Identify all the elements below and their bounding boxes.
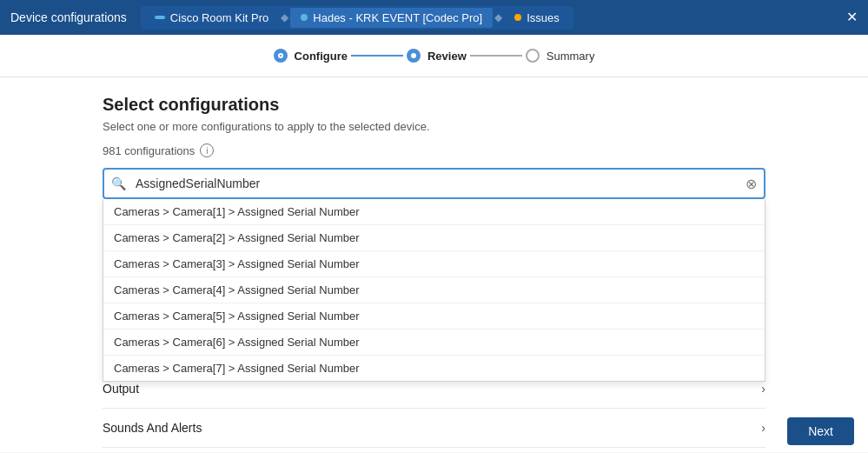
tab-hades[interactable]: Hades - KRK EVENT [Codec Pro]	[290, 8, 493, 28]
chevron-right-icon-4: ›	[761, 382, 765, 396]
search-container: 🔍 ⊗	[103, 168, 765, 199]
hades-dot	[301, 14, 308, 21]
step-review: Review	[407, 49, 467, 63]
app-title: Device configurations	[10, 10, 127, 24]
section-subtitle: Select one or more configurations to app…	[103, 120, 765, 133]
config-count-text: 981 configurations	[103, 144, 195, 157]
footer: Next	[773, 410, 868, 452]
output-label: Output	[103, 382, 139, 396]
line-1	[351, 55, 403, 57]
search-input[interactable]	[103, 168, 765, 199]
separator-2: ◆	[494, 11, 502, 23]
sounds-label: Sounds And Alerts	[103, 421, 202, 435]
search-clear-icon[interactable]: ⊗	[745, 176, 757, 192]
review-label: Review	[427, 50, 467, 63]
configure-circle	[274, 49, 288, 63]
content-area: Select configurations Select one or more…	[0, 77, 868, 452]
header: Device configurations Cisco Room Kit Pro…	[0, 0, 868, 35]
issues-dot	[514, 14, 521, 21]
close-button[interactable]: ✕	[846, 10, 858, 24]
step-configure: Configure	[274, 49, 348, 63]
tab-cisco[interactable]: Cisco Room Kit Pro	[144, 8, 279, 28]
main-content: Select configurations Select one or more…	[0, 77, 868, 452]
dropdown-item-2[interactable]: Cameras > Camera[2] > Assigned Serial Nu…	[103, 225, 765, 251]
search-icon: 🔍	[111, 177, 126, 190]
tab-hades-label: Hades - KRK EVENT [Codec Pro]	[313, 11, 482, 24]
review-inner	[411, 53, 416, 58]
tab-bar: Cisco Room Kit Pro ◆ Hades - KRK EVENT […	[141, 6, 573, 30]
tab-cisco-label: Cisco Room Kit Pro	[170, 11, 268, 24]
progress-bar: Configure Review Summary	[0, 35, 868, 77]
dropdown-item-1[interactable]: Cameras > Camera[1] > Assigned Serial Nu…	[103, 199, 765, 225]
next-button[interactable]: Next	[787, 417, 854, 445]
summary-label: Summary	[547, 50, 595, 63]
dropdown-item-6[interactable]: Cameras > Camera[6] > Assigned Serial Nu…	[103, 330, 765, 356]
dropdown-item-3[interactable]: Cameras > Camera[3] > Assigned Serial Nu…	[103, 251, 765, 277]
config-count: 981 configurations i	[103, 143, 765, 157]
review-circle	[407, 49, 421, 63]
separator-1: ◆	[281, 11, 288, 23]
configure-circle-inner	[278, 53, 283, 58]
summary-circle	[526, 49, 540, 63]
config-item-sounds[interactable]: Sounds And Alerts ›	[103, 409, 765, 448]
dropdown-item-5[interactable]: Cameras > Camera[5] > Assigned Serial Nu…	[103, 303, 765, 330]
search-dropdown: Cameras > Camera[1] > Assigned Serial Nu…	[103, 199, 765, 382]
tab-issues-label: Issues	[527, 11, 560, 24]
dropdown-item-4[interactable]: Cameras > Camera[4] > Assigned Serial Nu…	[103, 277, 765, 303]
dropdown-item-7[interactable]: Cameras > Camera[7] > Assigned Serial Nu…	[103, 356, 765, 381]
tab-issues[interactable]: Issues	[504, 8, 570, 28]
config-item-ultrasound[interactable]: Ultrasound Max Volume ⌄	[103, 448, 765, 452]
cisco-dot	[155, 16, 165, 19]
configure-label: Configure	[295, 50, 348, 63]
step-summary: Summary	[526, 49, 595, 63]
line-2	[470, 55, 522, 57]
search-wrapper: 🔍 ⊗ Cameras > Camera[1] > Assigned Seria…	[103, 168, 765, 199]
chevron-right-icon-5: ›	[761, 421, 765, 435]
section-title: Select configurations	[103, 95, 765, 115]
info-icon[interactable]: i	[200, 143, 214, 157]
